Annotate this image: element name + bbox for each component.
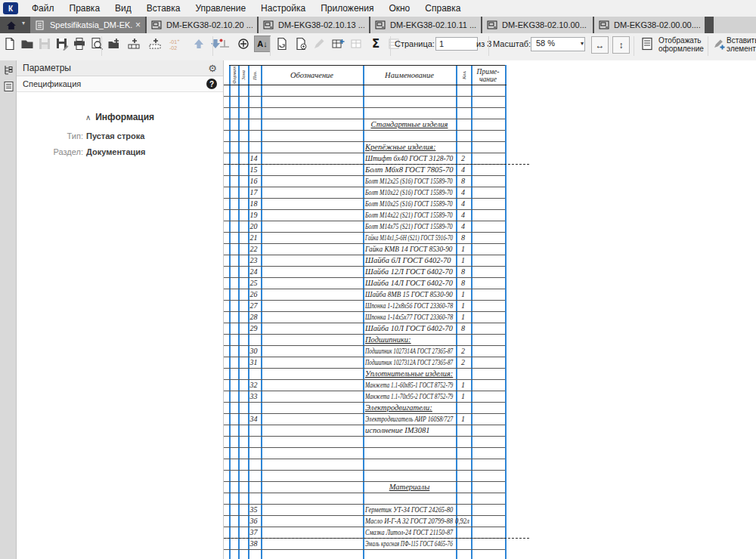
menu-item[interactable]: Правка bbox=[62, 0, 108, 17]
spec-row[interactable]: Электродвигатели: bbox=[224, 403, 505, 414]
menu-item[interactable]: Настройка bbox=[253, 0, 313, 17]
fit-width-button[interactable]: ↔ bbox=[591, 36, 609, 54]
spec-row[interactable]: 31Подшипник 1027312А ГОСТ 27365-872 bbox=[224, 357, 505, 369]
spec-row[interactable]: 27Шпонка 1-12х8х56 ГОСТ 23360-781 bbox=[224, 301, 505, 312]
spec-row[interactable]: 28Шпонка 1-14х5х77 ГОСТ 23360-781 bbox=[224, 312, 505, 323]
drawing-icon bbox=[151, 20, 163, 30]
menu-item[interactable]: Приложения bbox=[313, 0, 381, 17]
info-section-header[interactable]: ∧Информация bbox=[17, 112, 223, 122]
spec-pos: 26 bbox=[246, 289, 261, 300]
spec-row[interactable]: Подшипники: bbox=[224, 335, 505, 346]
spec-row[interactable]: 21Гайка М14х1,5-6Н (S21) ГОСТ 5916-708 bbox=[224, 233, 505, 244]
document-tab[interactable]: DM-EKG38-02.00.00.... bbox=[594, 17, 705, 33]
spec-row[interactable]: 32Манжета 1.1-60х85-1 ГОСТ 8752-791 bbox=[224, 380, 505, 391]
menu-item[interactable]: Вид bbox=[107, 0, 139, 17]
new-document-button[interactable] bbox=[2, 36, 18, 52]
scale-caret-icon[interactable]: ▾ bbox=[581, 40, 584, 47]
spec-row[interactable]: 37Смазка Литол-24 ГОСТ 21150-87 bbox=[224, 527, 505, 539]
print-preview-button[interactable] bbox=[88, 36, 105, 52]
show-layout-button[interactable]: Отображатьоформление bbox=[658, 36, 704, 53]
spec-row[interactable]: 19Болт М14х22 (S21) ГОСТ 15589-704 bbox=[224, 210, 505, 221]
spec-row[interactable]: 14Штифт 6х40 ГОСТ 3128-702 bbox=[224, 153, 505, 165]
spec-qty: 1 bbox=[455, 289, 471, 300]
spec-row[interactable]: 25Шайба 14Л ГОСТ 6402-708 bbox=[224, 278, 505, 289]
move-up-button[interactable] bbox=[191, 36, 207, 52]
document-tab[interactable]: Spetsifikatsia_DM-EK...× bbox=[30, 17, 145, 33]
page-number-input[interactable] bbox=[435, 37, 478, 51]
spec-row[interactable]: исполнение IM3081 bbox=[224, 425, 505, 437]
close-icon[interactable]: × bbox=[135, 20, 141, 29]
document-tab[interactable]: DM-EKG38-02.10.20 .... bbox=[147, 17, 257, 33]
structure-tree-tab[interactable] bbox=[1, 62, 16, 77]
spec-row[interactable]: 22Гайка КМВ 14 ГОСТ 8530-901 bbox=[224, 244, 505, 255]
spec-row[interactable] bbox=[224, 471, 505, 482]
spec-row[interactable]: 38Эмаль красная ПФ-115 ГОСТ 6465-76 bbox=[224, 539, 505, 550]
fit-height-button[interactable]: ↕ bbox=[612, 36, 630, 54]
home-caret-icon[interactable]: ▾ bbox=[22, 20, 25, 26]
spec-row[interactable]: 23Шайба 6Л ГОСТ 6402-701 bbox=[224, 255, 505, 267]
spec-row[interactable]: 33Манжета 1.1-70х95-2 ГОСТ 8752-791 bbox=[224, 391, 505, 403]
add-section-button[interactable] bbox=[106, 36, 122, 52]
spec-row[interactable]: 15Болт М6х8 ГОСТ 7805-704 bbox=[224, 165, 505, 176]
insert-element-icon[interactable] bbox=[711, 36, 727, 52]
add-table-button[interactable] bbox=[330, 36, 346, 52]
spec-row[interactable]: 30Подшипник 1027314А ГОСТ 27365-872 bbox=[224, 346, 505, 357]
group-separator bbox=[270, 36, 271, 56]
home-button[interactable] bbox=[2, 17, 20, 32]
document-tab[interactable]: DM-EKG38-02.10.00... bbox=[482, 17, 593, 33]
document-tab[interactable]: DM-EKG38-02.10.13 .... bbox=[259, 17, 369, 33]
spec-row[interactable]: 26Шайба 8МВ 15 ГОСТ 8530-901 bbox=[224, 289, 505, 301]
sum-button[interactable]: Σ bbox=[367, 36, 384, 52]
menu-item[interactable]: Вставка bbox=[139, 0, 188, 17]
spec-row[interactable]: 36Масло И-Г-А 32 ГОСТ 20799-880,92л bbox=[224, 516, 505, 527]
specification-tab[interactable] bbox=[1, 79, 16, 94]
menu-item[interactable]: Окно bbox=[381, 0, 417, 17]
gear-icon[interactable]: ⚙ bbox=[208, 63, 217, 74]
spec-row[interactable] bbox=[224, 437, 505, 448]
spec-row[interactable] bbox=[224, 97, 505, 108]
scale-combo[interactable]: 58 % bbox=[531, 37, 585, 51]
spec-row[interactable]: 17Болт М10х22 (S16) ГОСТ 15589-704 bbox=[224, 187, 505, 199]
insert-element-button[interactable]: Вставитьэлемент bbox=[727, 36, 756, 53]
spec-qty: 8 bbox=[455, 267, 471, 277]
add-aux-object-button[interactable] bbox=[147, 36, 163, 52]
show-layout-icon[interactable] bbox=[639, 36, 655, 52]
document-tab[interactable]: DM-EKG38-02.10.11 .... bbox=[370, 17, 481, 33]
spec-row[interactable] bbox=[224, 108, 505, 119]
spec-row[interactable] bbox=[224, 85, 505, 97]
spec-row[interactable]: Материалы bbox=[224, 482, 505, 493]
refresh-document-button[interactable] bbox=[274, 36, 290, 52]
save-button bbox=[36, 36, 53, 52]
save-as-button[interactable] bbox=[54, 36, 70, 52]
spec-row[interactable]: Стандартные изделия bbox=[224, 119, 505, 131]
help-icon[interactable]: ? bbox=[206, 79, 217, 89]
open-document-button[interactable] bbox=[19, 36, 36, 52]
parameters-panel: Параметры ⚙ Спецификация ? ∧Информация Т… bbox=[17, 60, 224, 559]
base-object-mode-button[interactable] bbox=[235, 36, 252, 52]
add-base-object-button[interactable] bbox=[125, 36, 142, 52]
print-button[interactable] bbox=[71, 36, 88, 52]
spec-row[interactable]: 29Шайба 10Л ГОСТ 6402-708 bbox=[224, 323, 505, 335]
spec-row[interactable]: 20Болт М14х75 (S21) ГОСТ 15589-704 bbox=[224, 221, 505, 233]
toolbar: Системная ▾ -01+-02 Объекты А↓ Ра bbox=[0, 33, 756, 61]
spec-row[interactable] bbox=[224, 459, 505, 471]
sort-objects-button[interactable]: А↓ bbox=[254, 36, 271, 52]
spec-row[interactable] bbox=[224, 493, 505, 505]
spec-row[interactable]: 18Болт М10х25 (S16) ГОСТ 15589-704 bbox=[224, 199, 505, 210]
document-settings-button[interactable] bbox=[293, 36, 309, 52]
document-area[interactable]: Формат Зона Поз. Обозначение Наименовани… bbox=[224, 60, 756, 559]
group-separator bbox=[101, 36, 102, 56]
spec-qty-text: 4 bbox=[461, 221, 465, 232]
menu-item[interactable]: Справка bbox=[417, 0, 468, 17]
menu-item[interactable]: Управление bbox=[187, 0, 253, 17]
spec-row[interactable] bbox=[224, 131, 505, 142]
spec-row[interactable] bbox=[224, 550, 505, 559]
spec-row[interactable]: Уплотнительные изделия: bbox=[224, 369, 505, 380]
spec-row[interactable]: 24Шайба 12Л ГОСТ 6402-708 bbox=[224, 267, 505, 278]
spec-row[interactable]: 34Электродвигатель АИР 160S8/7271 bbox=[224, 414, 505, 425]
spec-row[interactable] bbox=[224, 448, 505, 459]
menu-item[interactable]: Файл bbox=[24, 0, 62, 17]
spec-row[interactable]: 35Герметик УТ-34 ГОСТ 24265-80 bbox=[224, 505, 505, 516]
spec-row[interactable]: Крепёжные изделия: bbox=[224, 142, 505, 153]
spec-row[interactable]: 16Болт М12х25 (S16) ГОСТ 15589-708 bbox=[224, 176, 505, 187]
